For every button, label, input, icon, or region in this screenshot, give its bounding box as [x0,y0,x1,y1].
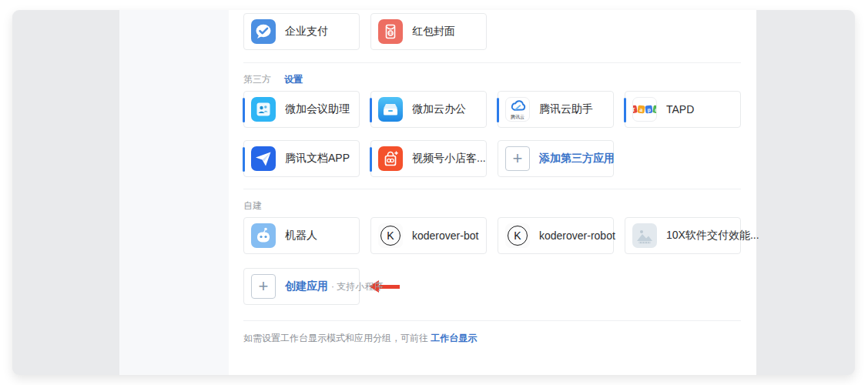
third-party-row-1: 微加会议助理 微加云办公 [243,91,741,128]
app-card-label: koderover-robot [539,229,615,242]
k-letter: K [508,226,528,246]
koderover-bot-icon: K [378,223,403,248]
app-card-label: 腾讯云助手 [539,102,593,116]
left-side-panel [119,10,229,375]
workbench-display-link[interactable]: 工作台显示 [431,333,477,343]
workbench-app-settings-page: 企业支付 红包封面 第三方 [0,0,868,385]
app-card-10x-delivery[interactable]: 10X软件交付效能... [625,217,741,254]
third-party-section-title: 第三方 [243,73,271,86]
app-card-red-packet-cover[interactable]: 红包封面 [370,13,487,50]
section-divider [243,62,741,63]
self-built-section-title: 自建 [243,199,262,213]
app-card-label: 视频号小店客... [412,152,486,166]
add-third-party-app-label: 添加第三方应用 [539,152,615,166]
content-backdrop: 企业支付 红包封面 第三方 [12,10,855,375]
footer-text: 如需设置工作台显示模式和应用分组，可前往 [243,333,431,343]
self-built-row-1: 机器人 K koderover-bot K koderover-robot [243,217,741,254]
add-third-party-app-button[interactable]: + 添加第三方应用 [498,140,614,177]
footer-note: 如需设置工作台显示模式和应用分组，可前往 工作台显示 [243,332,741,345]
third-party-section-header: 第三方 设置 [243,73,741,86]
app-card-tencent-cloud-assistant[interactable]: 腾讯云 腾讯云助手 [498,91,614,128]
create-app-hint: · 支持小程序 [331,280,383,293]
plus-icon: + [251,274,276,299]
channels-shop-icon [378,146,403,171]
koderover-robot-icon: K [505,223,530,248]
app-list-panel: 企业支付 红包封面 第三方 [229,10,756,375]
app-card-tencent-docs[interactable]: 腾讯文档APP [243,140,360,177]
self-built-section-header: 自建 [243,199,741,213]
app-card-robot[interactable]: 机器人 [243,217,360,254]
tapd-letter-tile: a [637,105,645,113]
create-app-button[interactable]: + 创建应用 · 支持小程序 [243,268,360,305]
red-packet-icon [378,19,403,44]
app-card-tapd[interactable]: T a p d TAPD [625,91,741,128]
app-card-cloud-office[interactable]: 微加云办公 [370,91,487,128]
k-letter: K [380,226,400,246]
section-divider [243,189,741,189]
tapd-letter-tile: p [645,105,652,114]
native-apps-row: 企业支付 红包封面 [243,13,741,50]
tencent-cloud-icon-caption: 腾讯云 [506,115,529,120]
app-card-label: 企业支付 [285,25,328,38]
plus-icon: + [505,146,530,171]
footer-divider [243,320,741,321]
tapd-icon: T a p d [632,97,657,122]
create-app-label: 创建应用 [285,280,328,293]
app-card-label: TAPD [666,103,694,116]
app-card-label: 10X软件交付效能... [666,229,759,243]
tencent-cloud-icon: 腾讯云 [505,97,530,122]
meeting-assistant-icon [251,97,276,122]
cloud-office-icon [378,97,403,122]
tapd-letter-tile: T [632,105,637,113]
third-party-row-2: 腾讯文档APP 视频号小店客... + [243,140,741,177]
app-card-label: 机器人 [285,229,317,243]
app-card-label: 红包封面 [412,25,455,38]
app-card-enterprise-pay[interactable]: 企业支付 [243,13,360,50]
tencent-docs-icon [251,146,276,171]
enterprise-pay-icon [251,19,276,44]
app-card-koderover-robot[interactable]: K koderover-robot [498,217,614,254]
third-party-settings-link[interactable]: 设置 [284,73,303,86]
create-app-row: + 创建应用 · 支持小程序 [243,268,741,305]
placeholder-image-icon [632,223,657,248]
robot-icon [251,223,276,248]
app-card-label: 微加会议助理 [285,102,350,116]
app-card-label: 微加云办公 [412,102,466,116]
app-card-channels-shop[interactable]: 视频号小店客... [370,140,487,177]
tapd-letter-tile: d [652,105,657,113]
app-card-meeting-assistant[interactable]: 微加会议助理 [243,91,360,128]
app-card-koderover-bot[interactable]: K koderover-bot [370,217,487,254]
app-card-label: koderover-bot [412,229,478,242]
app-card-label: 腾讯文档APP [285,152,350,166]
